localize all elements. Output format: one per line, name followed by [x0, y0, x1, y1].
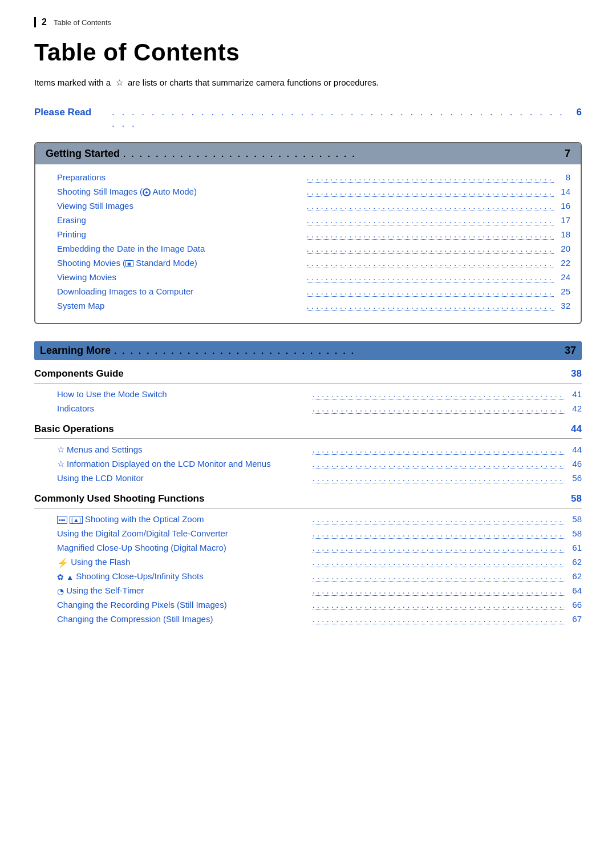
list-item: Shooting Movies (▣ Standard Mode) . . . …: [46, 258, 570, 270]
entry-text: ✿ ▲ Shooting Close-Ups/Infinity Shots: [57, 571, 310, 582]
learning-more-dots: . . . . . . . . . . . . . . . . . . . . …: [114, 346, 561, 356]
list-item: Viewing Movies . . . . . . . . . . . . .…: [46, 272, 570, 284]
star-icon: [57, 459, 67, 469]
list-item: ✿ ▲ Shooting Close-Ups/Infinity Shots . …: [34, 571, 582, 583]
entry-text: Downloading Images to a Computer: [57, 286, 305, 296]
entry-text: Viewing Still Images: [57, 201, 305, 211]
divider: [34, 508, 582, 508]
commonly-used-header: Commonly Used Shooting Functions 58: [34, 493, 582, 504]
entry-text: Information Displayed on the LCD Monitor…: [57, 459, 310, 469]
list-item: Shooting Still Images (● Auto Mode) . . …: [46, 187, 570, 199]
entry-text: Magnified Close-Up Shooting (Digital Mac…: [57, 543, 310, 552]
getting-started-title: Getting Started: [46, 148, 120, 160]
entry-text: Changing the Compression (Still Images): [57, 614, 310, 624]
list-item: Indicators . . . . . . . . . . . . . . .…: [34, 403, 582, 415]
entry-text: Changing the Recording Pixels (Still Ima…: [57, 600, 310, 609]
learning-more-title: Learning More: [40, 345, 111, 357]
basic-operations-header: Basic Operations 44: [34, 423, 582, 435]
getting-started-box: Getting Started . . . . . . . . . . . . …: [34, 142, 582, 324]
components-guide-header: Components Guide 38: [34, 368, 582, 380]
list-item: Magnified Close-Up Shooting (Digital Mac…: [34, 543, 582, 555]
entry-text: ◔ Using the Self-Timer: [57, 586, 310, 596]
please-read-page: 6: [570, 107, 582, 118]
list-item: How to Use the Mode Switch . . . . . . .…: [34, 389, 582, 401]
components-guide-page: 38: [571, 368, 582, 380]
list-item: Information Displayed on the LCD Monitor…: [34, 459, 582, 471]
getting-started-dots: . . . . . . . . . . . . . . . . . . . . …: [123, 149, 561, 159]
learning-more-header: Learning More . . . . . . . . . . . . . …: [34, 341, 582, 360]
entry-text: Using the LCD Monitor: [57, 473, 310, 483]
list-item: Embedding the Date in the Image Data . .…: [46, 244, 570, 256]
list-item: ⚡ Using the Flash . . . . . . . . . . . …: [34, 557, 582, 569]
entry-text: Indicators: [57, 403, 310, 413]
divider: [34, 438, 582, 439]
entry-text: Preparations: [57, 172, 305, 182]
main-title: Table of Contents: [34, 39, 582, 66]
components-guide-title: Components Guide: [34, 368, 124, 380]
basic-operations-title: Basic Operations: [34, 423, 114, 435]
entry-text: ⚡ Using the Flash: [57, 557, 310, 568]
list-item: Viewing Still Images . . . . . . . . . .…: [46, 201, 570, 213]
list-item: Erasing . . . . . . . . . . . . . . . . …: [46, 215, 570, 227]
please-read-label: Please Read: [34, 107, 108, 118]
commonly-used-title: Commonly Used Shooting Functions: [34, 493, 204, 504]
list-item: Changing the Compression (Still Images) …: [34, 614, 582, 626]
please-read-row: Please Read . . . . . . . . . . . . . . …: [34, 107, 582, 130]
entry-text: Embedding the Date in the Image Data: [57, 244, 305, 253]
list-item: ▪▪▪ [▲] Shooting with the Optical Zoom .…: [34, 514, 582, 526]
getting-started-page: 7: [565, 148, 570, 160]
list-item: Downloading Images to a Computer . . . .…: [46, 286, 570, 298]
star-icon: [57, 445, 67, 454]
getting-started-header: Getting Started . . . . . . . . . . . . …: [35, 143, 581, 164]
page-number: 2: [42, 17, 47, 27]
list-item: System Map . . . . . . . . . . . . . . .…: [46, 301, 570, 313]
getting-started-items: Preparations . . . . . . . . . . . . . .…: [46, 172, 570, 313]
entry-text: Using the Digital Zoom/Digital Tele-Conv…: [57, 528, 310, 538]
list-item: Menus and Settings . . . . . . . . . . .…: [34, 445, 582, 457]
learning-more-page: 37: [565, 345, 576, 357]
entry-text: Shooting Movies (▣ Standard Mode): [57, 258, 305, 268]
entry-text: ▪▪▪ [▲] Shooting with the Optical Zoom: [57, 514, 310, 524]
page-header: 2 Table of Contents: [34, 17, 582, 27]
intro-text: Items marked with a ☆ are lists or chart…: [34, 76, 582, 90]
learning-more-section: Learning More . . . . . . . . . . . . . …: [34, 341, 582, 626]
entry-text: Menus and Settings: [57, 445, 310, 455]
basic-operations-page: 44: [571, 423, 582, 435]
list-item: Using the Digital Zoom/Digital Tele-Conv…: [34, 528, 582, 540]
entry-text: System Map: [57, 301, 305, 310]
list-item: ◔ Using the Self-Timer . . . . . . . . .…: [34, 586, 582, 597]
entry-text: Printing: [57, 229, 305, 239]
list-item: Printing . . . . . . . . . . . . . . . .…: [46, 229, 570, 241]
list-item: Preparations . . . . . . . . . . . . . .…: [46, 172, 570, 184]
list-item: Using the LCD Monitor . . . . . . . . . …: [34, 473, 582, 485]
list-item: Changing the Recording Pixels (Still Ima…: [34, 600, 582, 612]
commonly-used-page: 58: [571, 493, 582, 504]
please-read-dots: . . . . . . . . . . . . . . . . . . . . …: [112, 107, 567, 130]
page-label: Table of Contents: [54, 18, 111, 27]
entry-text: Erasing: [57, 215, 305, 225]
entry-text: Viewing Movies: [57, 272, 305, 282]
entry-text: How to Use the Mode Switch: [57, 389, 310, 399]
divider: [34, 383, 582, 383]
entry-text: Shooting Still Images (● Auto Mode): [57, 187, 305, 196]
